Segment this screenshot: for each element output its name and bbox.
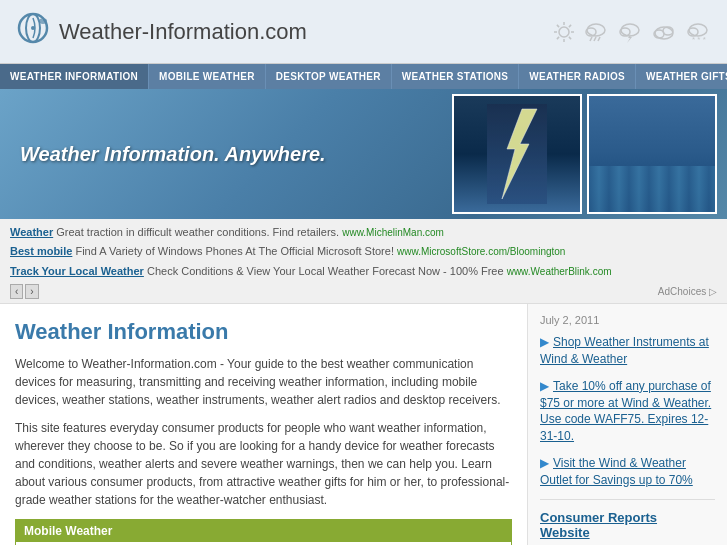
sidebar-link-text-1[interactable]: Shop Weather Instruments at Wind & Weath… — [540, 335, 709, 366]
date-label: July 2, 2011 — [540, 314, 715, 326]
ad-link-3[interactable]: Track Your Local Weather — [10, 265, 144, 277]
consumer-reports-section: Consumer Reports Website — [540, 510, 715, 540]
mobile-weather-header: Mobile Weather — [16, 520, 511, 542]
ad-row-3: Track Your Local Weather Check Condition… — [10, 262, 717, 281]
bullet-3: ▶ — [540, 456, 549, 470]
svg-line-16 — [598, 37, 600, 41]
sidebar-link-3: ▶Visit the Wind & Weather Outlet for Sav… — [540, 455, 715, 489]
ad-url-2[interactable]: www.MicrosoftStore.com/Bloomington — [397, 246, 565, 257]
bullet-1: ▶ — [540, 335, 549, 349]
svg-line-14 — [590, 37, 592, 41]
nav-item-4[interactable]: WEATHER RADIOS — [519, 64, 636, 89]
svg-text:* * *: * * * — [692, 35, 706, 44]
ad-prev-button[interactable]: ‹ — [10, 284, 23, 299]
sidebar-link-text-3[interactable]: Visit the Wind & Weather Outlet for Savi… — [540, 456, 693, 487]
ad-row-1: Weather Great traction in difficult weat… — [10, 223, 717, 242]
ad-link-1[interactable]: Weather — [10, 226, 53, 238]
content-para-2: This site features everyday consumer pro… — [15, 419, 512, 509]
bullet-2: ▶ — [540, 379, 549, 393]
nav-item-1[interactable]: MOBILE WEATHER — [149, 64, 266, 89]
main-nav: WEATHER INFORMATIONMOBILE WEATHERDESKTOP… — [0, 64, 727, 89]
mobile-weather-box: Mobile Weather Get weather information o… — [15, 519, 512, 545]
nav-item-2[interactable]: DESKTOP WEATHER — [266, 64, 392, 89]
banner-thumb-ocean — [587, 94, 717, 214]
snow-icon: * * * — [684, 20, 712, 44]
sidebar-link-2: ▶Take 10% off any purchase of $75 or mor… — [540, 378, 715, 445]
content-right: July 2, 2011 ▶Shop Weather Instruments a… — [527, 304, 727, 545]
ad-url-1[interactable]: www.MichelinMan.com — [342, 227, 444, 238]
nav-item-0[interactable]: WEATHER INFORMATION — [0, 64, 149, 89]
svg-line-9 — [569, 36, 571, 38]
svg-line-8 — [557, 24, 559, 26]
svg-point-2 — [31, 26, 35, 30]
main-content: Weather Information Welcome to Weather-I… — [0, 304, 727, 545]
nav-item-3[interactable]: WEATHER STATIONS — [392, 64, 519, 89]
page-title: Weather Information — [15, 319, 512, 345]
logo-area: Weather-Information.com — [15, 10, 307, 53]
ad-next-button[interactable]: › — [25, 284, 38, 299]
ad-arrows: ‹ › — [10, 284, 39, 299]
banner: Weather Information. Anywhere. — [0, 89, 727, 219]
banner-thumb-lightning — [452, 94, 582, 214]
svg-line-11 — [557, 36, 559, 38]
ad-nav: ‹ › AdChoices ▷ — [10, 284, 717, 299]
header: Weather-Information.com — [0, 0, 727, 64]
content-para-1: Welcome to Weather-Information.com - You… — [15, 355, 512, 409]
banner-images — [452, 94, 717, 214]
ads-strip: Weather Great traction in difficult weat… — [0, 219, 727, 304]
svg-line-15 — [594, 37, 596, 41]
consumer-reports-link[interactable]: Consumer Reports — [540, 510, 715, 525]
cloud-icon — [650, 20, 678, 44]
ad-url-3[interactable]: www.WeatherBlink.com — [507, 266, 612, 277]
ad-row-2: Best mobile Find A Variety of Windows Ph… — [10, 242, 717, 261]
content-left: Weather Information Welcome to Weather-I… — [0, 304, 527, 545]
consumer-reports-website[interactable]: Website — [540, 525, 590, 540]
sidebar-link-1: ▶Shop Weather Instruments at Wind & Weat… — [540, 334, 715, 368]
rain-icon — [582, 20, 610, 44]
svg-line-10 — [569, 24, 571, 26]
svg-point-3 — [559, 27, 569, 37]
logo-icon — [15, 10, 51, 53]
weather-icons-header: * * * — [552, 20, 712, 44]
sidebar-divider — [540, 499, 715, 500]
banner-tagline: Weather Information. Anywhere. — [20, 143, 326, 166]
storm-icon — [616, 20, 644, 44]
nav-item-5[interactable]: WEATHER GIFTS — [636, 64, 727, 89]
sidebar-link-text-2[interactable]: Take 10% off any purchase of $75 or more… — [540, 379, 711, 443]
adchoices-label: AdChoices ▷ — [658, 286, 717, 297]
ad-link-2[interactable]: Best mobile — [10, 245, 72, 257]
site-title: Weather-Information.com — [59, 19, 307, 45]
sun-icon — [552, 20, 576, 44]
